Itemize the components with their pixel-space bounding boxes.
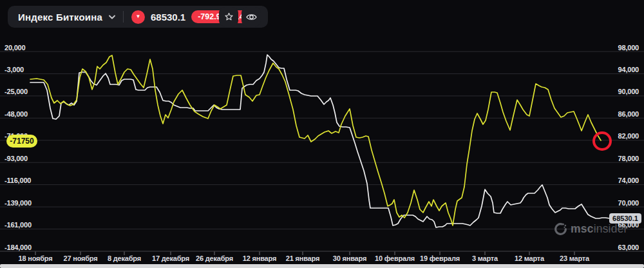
highlight-circle-annotation (594, 133, 611, 149)
price-value-badge: 68530.1 (609, 213, 641, 224)
watermark-logo-icon (554, 222, 567, 236)
last-price: 68530.1 (151, 12, 185, 23)
y-axis-label-left: -48,000 (5, 110, 28, 119)
favorite-star-button[interactable] (219, 7, 238, 26)
trading-chart-app: Индекс Биткоина ▼ 68530.1 -792.9 (-1.14%… (0, 0, 644, 268)
down-triangle-icon: ▼ (131, 10, 145, 24)
watermark-text: mscinsider (571, 222, 628, 236)
y-axis-label-right: 82,000 (618, 132, 639, 140)
window-bottom-strip (0, 264, 644, 268)
y-axis-label-left: 20,000 (5, 44, 25, 52)
y-axis-label-left: -161,000 (5, 221, 32, 229)
header-divider (123, 11, 124, 23)
y-axis-label-right: 74,000 (618, 177, 639, 185)
y-axis-label-left: -184,000 (5, 244, 32, 252)
y-axis-label-left: -116,000 (5, 177, 31, 185)
y-axis-label-left: -3,000 (5, 66, 24, 74)
symbol-title[interactable]: Индекс Биткоина (18, 12, 102, 23)
y-axis-label-right: 78,000 (618, 155, 639, 163)
y-axis-label-right: 70,000 (618, 199, 639, 207)
watermark: mscinsider (554, 222, 628, 236)
y-axis-label-right: 63,000 (618, 244, 639, 252)
y-axis-label-right: 98,000 (618, 44, 639, 52)
y-axis-label-right: 86,000 (618, 110, 639, 119)
y-axis-label-left: -93,000 (5, 155, 28, 163)
y-axis-label-left: -139,000 (5, 199, 32, 207)
eye-icon (245, 11, 258, 23)
x-axis-label: 21 января (276, 254, 330, 262)
y-axis-label-right: 90,000 (618, 88, 639, 96)
yellow-series-value-badge: -71750 (6, 135, 37, 148)
visibility-eye-button[interactable] (242, 7, 261, 26)
x-axis-label: 23 марта (547, 254, 601, 262)
y-axis-label-right: 94,000 (618, 66, 639, 74)
y-axis-label-left: -25,000 (5, 88, 28, 96)
star-icon (223, 12, 234, 23)
chart-canvas[interactable] (0, 0, 644, 268)
chevron-down-icon[interactable] (109, 15, 115, 19)
